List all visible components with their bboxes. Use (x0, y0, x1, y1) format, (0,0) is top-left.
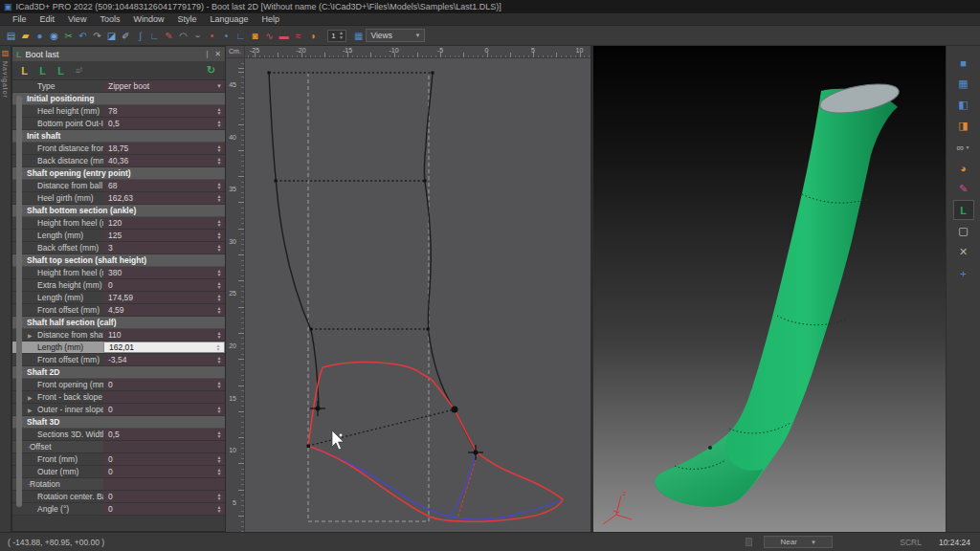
param-combo[interactable]: Zipper boot▼ (103, 80, 225, 92)
param-value[interactable]: 162,63▲▼ (103, 192, 225, 204)
param-row[interactable]: Front offset (mm)4,59▲▼ (12, 304, 225, 317)
spinner-arrows-icon[interactable]: ▲▼ (214, 342, 222, 352)
cut-icon[interactable]: ✂ (62, 28, 76, 43)
param-value[interactable]: 0▲▼ (103, 453, 225, 465)
param-row[interactable]: ▶Outer - inner slope (mm)0▲▼ (12, 404, 225, 416)
param-row[interactable]: Height from heel (mm)380▲▼ (12, 267, 225, 279)
spinner-arrows-icon[interactable]: ▲▼ (215, 491, 223, 502)
menu-help[interactable]: Help (255, 14, 286, 24)
link-icon[interactable]: ◠ (177, 28, 190, 43)
param-row[interactable]: Sections 3D. Width/length facto0,5▲▼ (12, 429, 225, 441)
param-row[interactable]: Front (mm)0▲▼ (12, 453, 225, 466)
curve-smooth-icon[interactable]: ⌣ (191, 28, 205, 43)
stepper-arrows-icon[interactable]: ▲▼ (339, 31, 345, 40)
param-value[interactable]: 0,5▲▼ (103, 429, 225, 440)
menu-file[interactable]: File (6, 14, 33, 24)
selection-rect[interactable] (308, 73, 429, 521)
title-bar[interactable]: ▣ ICad3D+ PRO 2022 (509:1044831260417791… (0, 0, 980, 13)
param-value[interactable]: 0▲▼ (103, 379, 225, 390)
section-header[interactable]: −Shaft top section (shaft height) (12, 254, 225, 267)
spinner-arrows-icon[interactable]: ▲▼ (215, 354, 223, 365)
view-2d[interactable]: Cm. -25-20-15-10-50510 45403530252015105 (226, 46, 590, 532)
panel-header[interactable]: L Boot last ∣ ✕ (12, 47, 225, 61)
point-blue-icon[interactable]: • (220, 28, 234, 43)
param-value[interactable]: 0▲▼ (103, 466, 225, 477)
section-header[interactable]: −Shaft bottom section (ankle) (12, 205, 225, 217)
spinner-arrows-icon[interactable]: ▲▼ (215, 105, 223, 117)
param-value[interactable]: 0▲▼ (103, 491, 225, 502)
undo-icon[interactable]: ↶ (77, 28, 90, 43)
section-header[interactable]: −Shaft 2D (12, 366, 225, 379)
param-row[interactable]: Length (mm)162,01▲▼ (12, 342, 225, 354)
param-row[interactable]: Length (mm)125▲▼ (12, 230, 225, 242)
param-value[interactable]: 0▲▼ (103, 503, 225, 515)
last-bottom-blue-curve[interactable] (316, 450, 560, 519)
spinner-arrows-icon[interactable]: ▲▼ (215, 453, 223, 465)
boot-type-gold-icon[interactable]: L (16, 63, 33, 77)
expand-icon[interactable]: ▶ (28, 407, 33, 413)
snip-path-icon[interactable]: ✕ (953, 242, 974, 262)
param-value[interactable]: 0▲▼ (103, 279, 225, 291)
param-row[interactable]: Rotation center. Back/front0▲▼ (12, 491, 225, 503)
menu-style[interactable]: Style (170, 14, 203, 24)
window-single-icon[interactable]: ■ (953, 53, 974, 73)
point-marker[interactable] (310, 328, 313, 331)
section-header[interactable]: −Shaft opening (entry point) (12, 167, 225, 180)
spinner-arrows-icon[interactable]: ▲▼ (215, 242, 223, 253)
spinner-arrows-icon[interactable]: ▲▼ (215, 379, 223, 390)
move-cross-icon[interactable]: + (953, 263, 974, 283)
eraser-icon[interactable]: ◪ (105, 28, 119, 43)
zoom-search-icon[interactable]: ◉ (48, 28, 61, 43)
param-value[interactable]: 380▲▼ (103, 267, 225, 278)
close-icon[interactable]: ✕ (214, 50, 221, 58)
param-row[interactable]: Back offset (mm)3▲▼ (12, 242, 225, 254)
window-split-left-icon[interactable]: ◧ (953, 95, 974, 115)
param-value[interactable] (103, 391, 225, 403)
param-value[interactable]: 68▲▼ (103, 180, 225, 191)
param-row[interactable]: Length (mm)174,59▲▼ (12, 292, 225, 304)
update-refresh-icon[interactable]: ↻ (203, 63, 219, 77)
corner-curve-icon[interactable]: ∟ (148, 28, 162, 43)
param-value[interactable]: 110▲▼ (103, 329, 225, 341)
param-value[interactable]: 78▲▼ (103, 105, 225, 117)
views-combo[interactable]: ▦ Views ▼ (354, 29, 425, 42)
param-value[interactable]: 0,5▲▼ (103, 118, 225, 129)
shaft-back-curve[interactable] (269, 73, 319, 408)
active-curve-icon[interactable]: ∿ (263, 28, 277, 43)
spinner-arrows-icon[interactable]: ▲▼ (215, 192, 223, 204)
param-row[interactable]: Extra height (mm)0▲▼ (12, 279, 225, 292)
section-header[interactable]: −Init shaft (12, 130, 225, 143)
knife-icon[interactable]: ✐ (120, 28, 133, 43)
param-row[interactable]: Height from heel (mm)120▲▼ (12, 217, 225, 230)
toe-blue-line[interactable] (448, 452, 476, 519)
canvas-2d[interactable] (245, 58, 590, 532)
navigator-strip[interactable]: ▨ Navigator (0, 46, 11, 532)
param-value[interactable]: 40,36▲▼ (103, 155, 225, 166)
spinner-arrows-icon[interactable]: ▲▼ (215, 404, 223, 415)
menu-view[interactable]: View (61, 14, 93, 24)
point-marker[interactable] (427, 328, 430, 331)
curve-hook-icon[interactable]: ∫ (134, 28, 147, 43)
spinner-arrows-icon[interactable]: ▲▼ (215, 292, 223, 303)
window-grid-icon[interactable]: ▦ (953, 74, 974, 94)
pin-icon[interactable]: ∣ (205, 50, 209, 58)
param-row[interactable]: Heel girth (mm)162,63▲▼ (12, 192, 225, 205)
param-row[interactable]: Distance from ball (mm)68▲▼ (12, 180, 225, 192)
collapse-icon[interactable]: − (28, 481, 32, 487)
menu-tools[interactable]: Tools (93, 14, 126, 24)
lock-icon[interactable]: ◙ (249, 28, 262, 43)
pen-edit-icon[interactable]: ✎ (163, 28, 176, 43)
param-value[interactable]: 162,01▲▼ (103, 342, 225, 353)
point-marker[interactable] (432, 72, 434, 75)
boot-last-icon[interactable]: L (953, 200, 974, 220)
open-folder-icon[interactable]: ▰ (19, 28, 33, 43)
menu-window[interactable]: Window (126, 14, 170, 24)
point-marker[interactable] (424, 180, 427, 183)
wave-icon[interactable]: ≈ (292, 28, 305, 43)
section-header[interactable]: −Shaft half section (calf) (12, 317, 225, 329)
point-marker[interactable] (268, 72, 271, 75)
render-mode-combo[interactable]: Near ▼ (764, 536, 833, 548)
param-value[interactable] (103, 478, 225, 490)
view-glasses-icon[interactable]: ∞▼ (953, 137, 974, 157)
param-value[interactable]: 18,75▲▼ (103, 143, 225, 154)
